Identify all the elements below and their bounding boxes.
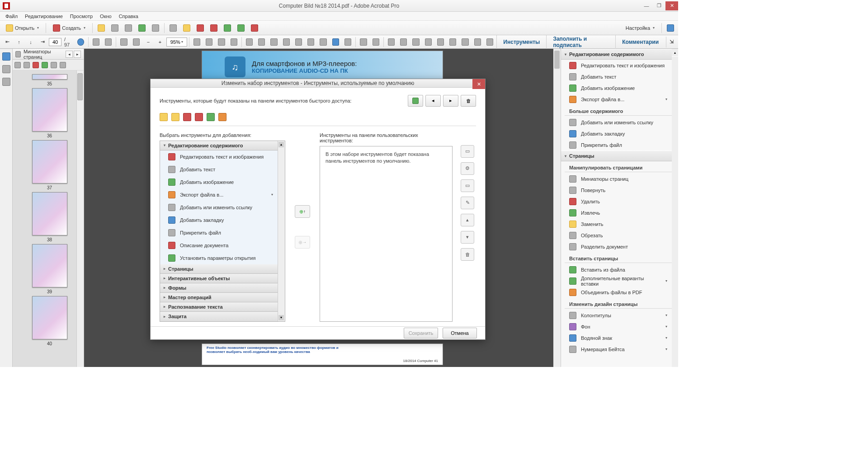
copy-button[interactable] bbox=[435, 37, 446, 47]
custom-tools-list[interactable]: В этом наборе инструментов будет показан… bbox=[320, 146, 453, 322]
acc-item[interactable]: Экспорт файла в...▾ bbox=[160, 188, 278, 201]
vt-3[interactable] bbox=[268, 37, 279, 47]
acc-content-editing[interactable]: ▾Редактирование содержимого bbox=[160, 141, 278, 150]
tab-fill-sign[interactable]: Заполнить и подписать bbox=[546, 35, 615, 49]
acc-item[interactable]: Установить параметры открытия bbox=[160, 252, 278, 264]
tab-tools[interactable]: Инструменты bbox=[496, 35, 546, 49]
toolset-delete-button[interactable]: 🗑 bbox=[461, 95, 476, 107]
acc-item[interactable]: Добавить текст bbox=[160, 163, 278, 176]
vt-6[interactable] bbox=[305, 37, 316, 47]
acc-item[interactable]: Редактировать текст и изображения bbox=[160, 150, 278, 163]
rb-4[interactable]: ✎ bbox=[461, 197, 474, 209]
acc-ocr[interactable]: ▸Распознавание текста bbox=[160, 302, 278, 312]
item-crop[interactable]: Обрезать bbox=[561, 230, 672, 241]
thumb-tool-icon[interactable] bbox=[24, 62, 30, 68]
et-9[interactable] bbox=[484, 37, 495, 47]
vt-5[interactable] bbox=[293, 37, 304, 47]
doc-scrollbar[interactable] bbox=[553, 49, 561, 367]
item-delete[interactable]: Удалить bbox=[561, 196, 672, 207]
open-button[interactable]: Открыть▾ bbox=[2, 23, 43, 33]
vt-4[interactable] bbox=[281, 37, 292, 47]
vt-1[interactable] bbox=[244, 37, 255, 47]
rb-1[interactable]: ▭ bbox=[461, 145, 474, 158]
item-background[interactable]: Фон▾ bbox=[561, 321, 672, 332]
select-tool[interactable] bbox=[90, 37, 102, 47]
item-insert-from-file[interactable]: Вставить из файла bbox=[561, 264, 672, 275]
panel-expand-button[interactable]: ⇲ bbox=[666, 37, 676, 47]
save-button[interactable]: Сохранить bbox=[404, 328, 438, 338]
tool-9[interactable] bbox=[208, 23, 220, 33]
paste-button[interactable] bbox=[447, 37, 458, 47]
acc-protection[interactable]: ▸Защита bbox=[160, 312, 278, 321]
et-3[interactable] bbox=[410, 37, 421, 47]
last-page-button[interactable]: ⇥ bbox=[37, 37, 48, 47]
thumb-tool-icon[interactable] bbox=[60, 62, 66, 68]
tool-1[interactable] bbox=[95, 23, 107, 33]
section-pages[interactable]: ▾Страницы bbox=[561, 150, 672, 161]
qa-icon[interactable] bbox=[207, 113, 215, 121]
tool-6[interactable] bbox=[167, 23, 179, 33]
maximize-button[interactable]: ❐ bbox=[653, 1, 665, 10]
rb-2[interactable]: ⚙ bbox=[461, 162, 474, 175]
item-rotate[interactable]: Повернуть bbox=[561, 184, 672, 196]
panel-arrow-up[interactable]: ▴ bbox=[672, 49, 678, 56]
tool-7[interactable] bbox=[181, 23, 193, 33]
item-add-link[interactable]: Добавить или изменить ссылку bbox=[561, 117, 672, 128]
tool-11[interactable] bbox=[235, 23, 247, 33]
find-button[interactable] bbox=[472, 37, 483, 47]
dialog-close-button[interactable]: ✕ bbox=[472, 79, 485, 89]
item-replace[interactable]: Заменить bbox=[561, 218, 672, 230]
qa-icon[interactable] bbox=[171, 113, 179, 121]
acc-item[interactable]: Добавить закладку bbox=[160, 214, 278, 226]
tool-12[interactable] bbox=[249, 23, 260, 33]
item-more-insert[interactable]: Дополнительные варианты вставки▾ bbox=[561, 275, 672, 287]
acc-item[interactable]: Добавить или изменить ссылку bbox=[160, 201, 278, 214]
tool-8[interactable] bbox=[194, 23, 206, 33]
item-split[interactable]: Разделить документ bbox=[561, 241, 672, 252]
move-up-button[interactable]: ▴ bbox=[461, 214, 474, 226]
vt-7[interactable] bbox=[317, 37, 329, 47]
item-add-text[interactable]: Добавить текст bbox=[561, 71, 672, 82]
hand-tool[interactable] bbox=[103, 37, 114, 47]
fullscreen-button[interactable] bbox=[665, 23, 676, 33]
acc-item[interactable]: Прикрепить файл bbox=[160, 226, 278, 239]
save-button[interactable] bbox=[109, 23, 121, 33]
item-extract[interactable]: Извлечь bbox=[561, 207, 672, 218]
undo-button[interactable] bbox=[358, 37, 369, 47]
view-tool[interactable] bbox=[228, 37, 240, 47]
nav-back-button[interactable] bbox=[75, 37, 86, 47]
zoom-select[interactable]: 95%▾ bbox=[166, 38, 187, 47]
available-tools-list[interactable]: ▴▾ ▾Редактирование содержимого Редактиро… bbox=[160, 141, 285, 322]
fit-width-button[interactable] bbox=[203, 37, 215, 47]
thumbnail-39[interactable] bbox=[32, 244, 67, 287]
thumbnail-35[interactable] bbox=[32, 74, 67, 80]
item-watermark[interactable]: Водяной знак▾ bbox=[561, 332, 672, 343]
thumbs-prev-button[interactable]: ◂ bbox=[66, 51, 73, 58]
email-button[interactable] bbox=[150, 23, 161, 33]
zoom-out-button[interactable]: − bbox=[143, 37, 154, 47]
et-7[interactable] bbox=[459, 37, 471, 47]
next-page-button[interactable]: ↓ bbox=[25, 37, 36, 47]
thumbs-next-button[interactable]: ▸ bbox=[74, 51, 81, 58]
add-to-panel-button[interactable]: ⊕→ bbox=[295, 236, 310, 249]
item-combine-files[interactable]: Объединить файлы в PDF bbox=[561, 287, 672, 298]
qa-icon[interactable] bbox=[183, 113, 191, 121]
thumbs-scrollbar[interactable] bbox=[76, 70, 84, 367]
zoom-dynamic-tool[interactable] bbox=[131, 37, 142, 47]
toolset-prev-button[interactable]: ◂ bbox=[425, 95, 441, 107]
qa-icon[interactable] bbox=[195, 113, 203, 121]
print-button[interactable] bbox=[123, 23, 134, 33]
item-attach-file[interactable]: Прикрепить файл bbox=[561, 139, 672, 150]
cancel-button[interactable]: Отмена bbox=[443, 328, 477, 338]
vt-2[interactable] bbox=[256, 37, 267, 47]
item-page-thumbnails[interactable]: Миниатюры страниц bbox=[561, 173, 672, 184]
tool-10[interactable] bbox=[222, 23, 233, 33]
item-header-footer[interactable]: Колонтитулы▾ bbox=[561, 310, 672, 321]
move-down-button[interactable]: ▾ bbox=[461, 231, 474, 244]
qa-icon[interactable] bbox=[218, 113, 226, 121]
redo-button[interactable] bbox=[370, 37, 382, 47]
item-export-file[interactable]: Экспорт файла в...▾ bbox=[561, 94, 672, 105]
acc-action-wizard[interactable]: ▸Мастер операций bbox=[160, 293, 278, 302]
tab-comments[interactable]: Комментарии bbox=[615, 35, 665, 49]
item-add-image[interactable]: Добавить изображение bbox=[561, 82, 672, 94]
